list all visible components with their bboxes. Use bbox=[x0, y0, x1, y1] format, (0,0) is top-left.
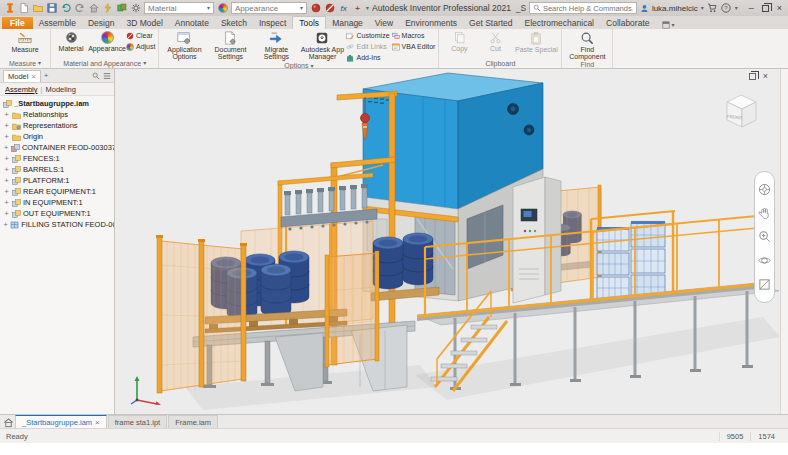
clear-button[interactable]: Clear bbox=[126, 31, 155, 40]
open-icon[interactable] bbox=[32, 3, 43, 14]
copy-button: Copy bbox=[442, 30, 476, 52]
material-appearance-group-label[interactable]: Material and Appearance▾ bbox=[51, 58, 158, 68]
vba-editor-button[interactable]: VBA Editor bbox=[392, 42, 436, 51]
orbit-icon[interactable] bbox=[758, 254, 771, 267]
tab-environments[interactable]: Environments bbox=[399, 17, 463, 29]
help-icon[interactable]: ? bbox=[721, 3, 732, 14]
tab-file[interactable]: File bbox=[2, 17, 33, 29]
adjust-button[interactable]: Adjust bbox=[126, 42, 155, 51]
ribbon-group-find: Find Component Find bbox=[562, 29, 613, 68]
tree-root-assembly[interactable]: _Startbaugruppe.iam bbox=[3, 98, 114, 109]
browser-tab-close[interactable]: × bbox=[31, 72, 35, 81]
material-button[interactable]: Material bbox=[54, 30, 88, 52]
browser-filter-menu-icon[interactable] bbox=[103, 72, 111, 80]
ribbon-display-options[interactable]: ▾ bbox=[662, 21, 675, 29]
update-icon[interactable] bbox=[102, 3, 113, 14]
tree-item-platform[interactable]: + PLATFORM:1 bbox=[3, 175, 114, 186]
help-caret[interactable]: ▾ bbox=[735, 5, 738, 11]
tab-get-started[interactable]: Get Started bbox=[463, 17, 518, 29]
macros-button[interactable]: Macros bbox=[392, 31, 436, 40]
tree-item-container-feed[interactable]: + CONTAINER FEOD-00303735:1 bbox=[3, 142, 114, 153]
appearance-button[interactable]: Appearance bbox=[90, 30, 124, 52]
doc-tab-frame[interactable]: Frame.iam bbox=[168, 415, 218, 428]
material-combo[interactable]: Material▾ bbox=[144, 2, 214, 14]
minimize-button[interactable]: – bbox=[749, 4, 754, 13]
tab-design[interactable]: Design bbox=[82, 17, 120, 29]
search-icon bbox=[533, 4, 541, 12]
document-settings-button[interactable]: Document Settings bbox=[208, 30, 252, 61]
view-cube[interactable]: FRONT bbox=[718, 89, 764, 133]
tab-electromechanical[interactable]: Electromechanical bbox=[519, 17, 600, 29]
tree-item-fences[interactable]: + FENCES:1 bbox=[3, 153, 114, 164]
tree-item-representations[interactable]: + Representations bbox=[3, 120, 114, 131]
find-component-button[interactable]: Find Component bbox=[565, 30, 609, 61]
tree-item-relationships[interactable]: + Relationships bbox=[3, 109, 114, 120]
adjust-appearance-icon[interactable] bbox=[310, 3, 321, 14]
tree-item-in-equipment[interactable]: + IN EQUIPMENT:1 bbox=[3, 197, 114, 208]
appearance-ball-icon bbox=[217, 3, 228, 14]
user-account[interactable]: luka.mihelcic ▾ bbox=[640, 4, 704, 13]
edit-links-icon bbox=[346, 43, 354, 51]
tab-manage[interactable]: Manage bbox=[326, 17, 369, 29]
doc-close-button[interactable]: × bbox=[763, 71, 768, 81]
floor-shadow-right bbox=[415, 317, 780, 400]
new-file-icon[interactable] bbox=[18, 3, 29, 14]
tab-collaborate[interactable]: Collaborate bbox=[600, 17, 655, 29]
add-ins-button[interactable]: Add-Ins bbox=[346, 53, 389, 62]
tree-item-origin[interactable]: + Origin bbox=[3, 131, 114, 142]
tab-inspect[interactable]: Inspect bbox=[253, 17, 292, 29]
tab-sketch[interactable]: Sketch bbox=[215, 17, 253, 29]
tab-3d-model[interactable]: 3D Model bbox=[120, 17, 168, 29]
close-button[interactable]: × bbox=[777, 4, 782, 13]
ribbon-group-options: Application Options Document Settings Mi… bbox=[159, 29, 439, 68]
tree-item-barrels[interactable]: + BARRELS:1 bbox=[3, 164, 114, 175]
tree-item-filling-station[interactable]: + FILLING STATION FEOD-00303879:1 bbox=[3, 219, 114, 230]
search-input[interactable] bbox=[543, 4, 633, 13]
doc-tab-close[interactable]: × bbox=[95, 418, 100, 427]
add-ins-icon bbox=[346, 54, 354, 62]
doc-tab-frame-sta[interactable]: frame sta1.ipt bbox=[108, 415, 167, 428]
clear-appearance-icon[interactable] bbox=[324, 3, 335, 14]
application-options-button[interactable]: Application Options bbox=[162, 30, 206, 61]
migrate-settings-button[interactable]: Migrate Settings bbox=[254, 30, 298, 61]
doc-restore-button[interactable] bbox=[749, 73, 756, 80]
measure-button[interactable]: Measure bbox=[3, 30, 47, 53]
home-icon[interactable] bbox=[88, 3, 99, 14]
options-group-label[interactable]: Options▾ bbox=[159, 62, 438, 69]
redo-icon[interactable] bbox=[74, 3, 85, 14]
doc-tab-startbaugruppe[interactable]: _Startbaugruppe.iam × bbox=[15, 415, 107, 428]
color-swatch-icon[interactable] bbox=[116, 3, 127, 14]
appearance-icon bbox=[101, 30, 114, 45]
assembly-icon bbox=[3, 100, 12, 108]
undo-icon[interactable] bbox=[60, 3, 71, 14]
settings-gear-icon[interactable] bbox=[130, 3, 141, 14]
tree-item-out-equipment[interactable]: + OUT EQUIPMENT:1 bbox=[3, 208, 114, 219]
pan-icon[interactable] bbox=[758, 207, 771, 220]
3d-viewport-canvas[interactable]: × FRONT bbox=[115, 69, 780, 414]
tree-item-rear-equipment[interactable]: + REAR EQUIPMENT:1 bbox=[3, 186, 114, 197]
home-tab-button[interactable] bbox=[2, 416, 14, 428]
tab-annotate[interactable]: Annotate bbox=[169, 17, 215, 29]
parameters-fx-icon[interactable]: fx bbox=[338, 3, 349, 14]
help-search[interactable] bbox=[529, 2, 637, 14]
appearance-combo[interactable]: Appearance▾ bbox=[231, 2, 307, 14]
customize-button[interactable]: Customize bbox=[346, 31, 389, 40]
tab-tools[interactable]: Tools bbox=[292, 16, 326, 29]
look-at-icon[interactable] bbox=[758, 278, 771, 291]
browser-search-icon[interactable] bbox=[92, 72, 100, 80]
mode-modeling[interactable]: Modeling bbox=[45, 85, 75, 94]
add-qat-icon[interactable]: + bbox=[352, 3, 363, 14]
add-browser-tab-button[interactable]: + bbox=[44, 71, 49, 80]
measure-group-label[interactable]: Measure▾ bbox=[0, 58, 50, 68]
tab-view[interactable]: View bbox=[369, 17, 399, 29]
cart-icon[interactable] bbox=[707, 3, 718, 14]
zoom-icon[interactable] bbox=[758, 230, 771, 243]
tab-assemble[interactable]: Assemble bbox=[33, 17, 82, 29]
browser-tab-model[interactable]: Model × bbox=[3, 70, 41, 82]
mode-assembly[interactable]: Assembly bbox=[5, 85, 38, 94]
save-icon[interactable] bbox=[46, 3, 57, 14]
autodesk-app-manager-button[interactable]: Autodesk App Manager bbox=[300, 30, 344, 61]
qat-dropdown-caret[interactable]: ▾ bbox=[366, 5, 369, 11]
navigation-wheel-icon[interactable] bbox=[758, 183, 771, 196]
restore-button[interactable] bbox=[762, 5, 769, 12]
